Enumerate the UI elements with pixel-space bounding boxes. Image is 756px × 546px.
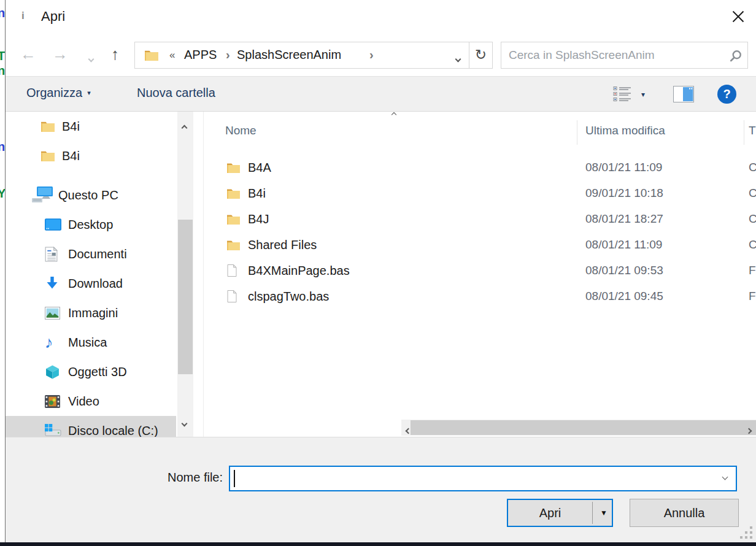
navigation-bar: ← → ↑ « APPS › SplashScreenAnim › ↻: [6, 36, 756, 76]
file-type: F: [749, 290, 756, 303]
app-icon: i: [21, 10, 25, 22]
filename-dropdown-icon[interactable]: [722, 474, 728, 480]
disk-drive-icon: [45, 424, 68, 437]
column-header-nome[interactable]: Nome: [225, 124, 256, 137]
background-code-fragment: T: [0, 49, 5, 63]
breadcrumb-item[interactable]: SplashScreenAnim: [237, 48, 341, 62]
sidebar-item-documenti[interactable]: Documenti: [6, 239, 176, 269]
views-dropdown-icon[interactable]: ▾: [641, 90, 645, 99]
sidebar-item-label: Immagini: [68, 306, 118, 320]
sidebar-item-b4i[interactable]: B4i: [6, 112, 176, 141]
background-code-fragment: n: [0, 6, 5, 20]
background-window-strip: n T n n Y: [0, 0, 5, 542]
background-code-fragment: n: [0, 140, 5, 154]
sidebar-scrollbar[interactable]: [177, 112, 193, 437]
open-split-button[interactable]: Apri ▼: [507, 499, 613, 527]
file-modified-date: 09/01/21 10:18: [585, 186, 663, 200]
filename-label: Nome file:: [98, 471, 223, 485]
filename-combobox: [229, 466, 737, 491]
desktop-icon: [45, 218, 68, 231]
open-dropdown-icon[interactable]: ▼: [595, 500, 612, 526]
navigation-pane: B4i B4i Questo PC Desktop: [6, 112, 176, 437]
scrollbar-thumb[interactable]: [411, 420, 756, 435]
sidebar-item-desktop[interactable]: Desktop: [6, 210, 176, 239]
file-row[interactable]: B4J 08/01/21 18:27 C: [204, 206, 756, 232]
file-list-horizontal-scrollbar[interactable]: [401, 420, 756, 436]
sidebar-item-questo-pc[interactable]: Questo PC: [6, 180, 176, 210]
file-name: B4J: [248, 212, 269, 226]
breadcrumb-separator-icon[interactable]: ›: [226, 48, 230, 62]
scrollbar-thumb[interactable]: [178, 220, 193, 374]
sidebar-item-video[interactable]: Video: [6, 386, 176, 416]
sidebar-item-label: Download: [68, 277, 123, 291]
sidebar-item-b4i[interactable]: B4i: [6, 141, 176, 171]
open-dialog-window: i Apri ← → ↑ « APPS › SplashScreenAnim ›…: [5, 0, 756, 542]
column-header-ultima-modifica[interactable]: Ultima modifica: [585, 124, 665, 137]
address-bar[interactable]: « APPS › SplashScreenAnim › ↻: [134, 42, 493, 69]
cancel-button[interactable]: Annulla: [630, 499, 739, 527]
refresh-icon[interactable]: ↻: [469, 42, 492, 68]
resize-grip-icon[interactable]: [739, 525, 752, 539]
file-name: B4A: [248, 161, 271, 175]
folder-icon: [41, 121, 62, 132]
sidebar-item-download[interactable]: Download: [6, 269, 176, 298]
sidebar-item-label: Documenti: [68, 247, 127, 261]
open-button[interactable]: Apri: [508, 500, 592, 526]
cube-3d-icon: [45, 364, 68, 380]
forward-icon[interactable]: →: [52, 44, 68, 64]
file-row[interactable]: clspagTwo.bas 08/01/21 09:45 F: [204, 283, 756, 309]
new-folder-button[interactable]: Nuova cartella: [137, 86, 215, 100]
folder-icon: [227, 240, 240, 250]
address-dropdown-icon[interactable]: [456, 53, 460, 64]
sidebar-item-label: Questo PC: [58, 188, 118, 202]
title-bar: i Apri: [6, 0, 756, 36]
breadcrumb-overflow-icon[interactable]: «: [169, 49, 175, 61]
file-modified-date: 08/01/21 11:09: [585, 161, 662, 174]
recent-locations-dropdown-icon[interactable]: [89, 53, 93, 64]
file-type: F: [749, 264, 756, 277]
breadcrumb-separator-icon[interactable]: ›: [369, 48, 374, 62]
scroll-right-icon[interactable]: [747, 425, 751, 436]
file-row[interactable]: B4XMainPage.bas 08/01/21 09:53 F: [204, 258, 756, 283]
file-type: C: [749, 161, 756, 174]
search-input[interactable]: [509, 44, 717, 67]
sidebar-item-oggetti-3d[interactable]: Oggetti 3D: [6, 357, 176, 386]
picture-icon: [45, 307, 68, 320]
scroll-left-icon[interactable]: [406, 425, 411, 436]
folder-icon: [227, 188, 240, 199]
back-icon[interactable]: ←: [20, 44, 36, 64]
up-icon[interactable]: ↑: [111, 44, 119, 64]
file-row[interactable]: Shared Files 08/01/21 11:09 C: [204, 232, 756, 258]
file-type: C: [749, 238, 756, 252]
file-icon: [227, 264, 237, 277]
sidebar-item-musica[interactable]: ♪ Musica: [6, 328, 176, 357]
column-headers: Nome Ultima modifica T: [204, 118, 756, 146]
file-row[interactable]: B4i 09/01/21 10:18 C: [204, 180, 756, 206]
scroll-up-icon[interactable]: [182, 121, 187, 133]
document-icon: [45, 247, 68, 262]
filename-input[interactable]: [234, 468, 712, 489]
scroll-down-icon[interactable]: [182, 417, 187, 428]
column-header-tipo[interactable]: T: [749, 124, 756, 137]
file-list: Nome Ultima modifica T B4A 08/01/21 11:0…: [203, 112, 756, 437]
breadcrumb-item[interactable]: APPS: [184, 48, 217, 62]
music-note-icon: ♪: [45, 335, 68, 350]
column-divider[interactable]: [577, 120, 577, 145]
file-modified-date: 08/01/21 09:45: [585, 290, 663, 303]
details-view-icon[interactable]: [613, 86, 631, 104]
preview-pane-icon[interactable]: [673, 86, 694, 105]
dialog-content: B4i B4i Questo PC Desktop: [6, 112, 756, 437]
help-icon[interactable]: ?: [717, 85, 736, 104]
file-name: B4i: [248, 186, 266, 201]
file-name: Shared Files: [248, 238, 317, 252]
file-row[interactable]: B4A 08/01/21 11:09 C: [204, 155, 756, 180]
sidebar-item-disco-locale-c[interactable]: Disco locale (C:): [6, 416, 176, 437]
column-divider[interactable]: [744, 120, 744, 145]
close-icon[interactable]: [729, 7, 747, 26]
sidebar-item-immagini[interactable]: Immagini: [6, 298, 176, 328]
computer-icon: [31, 186, 58, 204]
file-name: B4XMainPage.bas: [248, 264, 350, 278]
organize-button[interactable]: Organizza▾: [26, 86, 91, 100]
file-rows: B4A 08/01/21 11:09 C B4i 09/01/21 10:18 …: [204, 155, 756, 309]
folder-icon: [227, 163, 240, 173]
